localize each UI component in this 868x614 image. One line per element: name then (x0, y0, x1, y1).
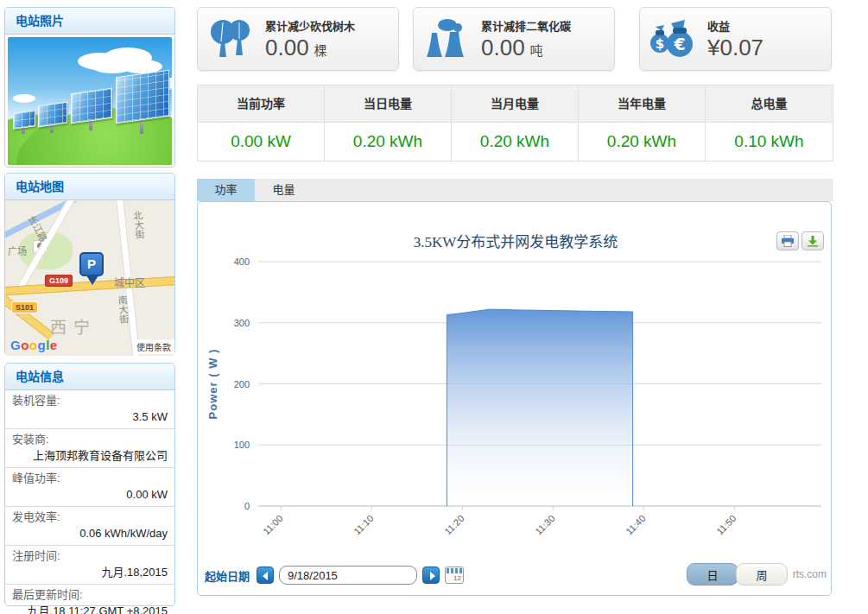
svg-text:€: € (673, 35, 685, 54)
stat-card-text: 收益 ¥0.07 (707, 17, 769, 61)
start-date-bar: 起始日期 12 (205, 566, 464, 585)
download-chart-button[interactable] (801, 231, 824, 250)
map-square-label: 广场 (8, 244, 27, 257)
highway-badge-g109: G109 (45, 275, 73, 287)
y-tick-label: 200 (234, 379, 250, 389)
eco-stats-row: 累计减少砍伐树木 0.00棵 累计减排二氧化碳 0.00吨 (197, 7, 833, 71)
summary-table-values: 0.00 kW 0.20 kWh 0.20 kWh 0.20 kWh 0.10 … (198, 123, 833, 161)
y-tick-label: 400 (234, 256, 250, 267)
range-toggle: 日 周 (687, 563, 788, 586)
y-tick-label: 0 (244, 501, 250, 511)
info-row-capacity: 装机容量: 3.5 kW (5, 390, 174, 429)
stat-value: 0.00棵 (265, 35, 355, 61)
chart-tabs: 功率 电量 (197, 179, 833, 201)
calendar-icon[interactable]: 12 (445, 567, 464, 584)
calendar-top-strip (447, 568, 462, 573)
monthly-energy-value: 0.20 kWh (452, 123, 579, 161)
map-city-label: 西宁 (50, 314, 97, 338)
range-day-button[interactable]: 日 (687, 563, 738, 586)
current-power-value: 0.00 kW (198, 123, 325, 161)
cloud-shape (90, 56, 135, 73)
info-row-installer: 安装商: 上海顶邦教育设备有限公司 (5, 429, 174, 468)
tab-energy[interactable]: 电量 (255, 179, 313, 201)
map-marker[interactable]: P (79, 252, 104, 276)
power-chart[interactable]: 010020030040011:0011:1011:2011:3011:4011… (198, 202, 831, 548)
stat-title: 收益 (707, 17, 769, 34)
energy-summary-table: 当前功率 当日电量 当月电量 当年电量 总电量 0.00 kW 0.20 kWh… (197, 85, 833, 161)
y-tick-label: 100 (234, 440, 250, 450)
tab-power[interactable]: 功率 (197, 179, 255, 201)
info-row-registered: 注册时间: 九月.18,2015 (5, 546, 174, 585)
chart-title: 3.5KW分布式并网发电教学系统 (414, 234, 618, 250)
map-district-label: 城中区 (114, 275, 145, 289)
stat-value: ¥0.07 (707, 35, 769, 61)
start-date-input[interactable] (279, 566, 417, 585)
start-date-label: 起始日期 (205, 567, 250, 584)
x-tick-label: 11:50 (714, 513, 738, 536)
stat-card-text: 累计减少砍伐树木 0.00棵 (265, 17, 355, 61)
stat-value: 0.00吨 (481, 35, 571, 61)
x-tick-label: 11:30 (533, 513, 556, 536)
next-day-button[interactable] (422, 567, 440, 584)
info-row-last-update: 最后更新时间: 九月.18 11:27,GMT +8,2015 (5, 585, 174, 614)
station-photo (8, 37, 172, 165)
chart-panel: 010020030040011:0011:1011:2011:3011:4011… (197, 201, 832, 596)
summary-table-header: 当前功率 当日电量 当月电量 当年电量 总电量 (198, 85, 833, 123)
stat-card-revenue: $ € 收益 ¥0.07 (639, 7, 832, 71)
yearly-energy-value: 0.20 kWh (579, 123, 706, 161)
solar-panel-shape (38, 102, 67, 128)
stat-card-text: 累计减排二氧化碳 0.00吨 (481, 17, 571, 61)
x-tick-label: 11:40 (624, 513, 647, 536)
info-panel-title: 电站信息 (5, 364, 174, 390)
station-info-panel: 电站信息 装机容量: 3.5 kW 安装商: 上海顶邦教育设备有限公司 峰值功率… (4, 363, 175, 606)
cooling-towers-icon (414, 17, 481, 60)
area-series[interactable] (447, 309, 632, 506)
map-panel-title: 电站地图 (5, 174, 174, 200)
stat-title: 累计减排二氧化碳 (481, 17, 571, 34)
stat-card-co2: 累计减排二氧化碳 0.00吨 (413, 7, 615, 71)
col-current-power: 当前功率 (198, 85, 325, 123)
y-axis-title: Power ( W ) (206, 349, 219, 420)
highway-badge-s101: S101 (11, 301, 38, 313)
station-map[interactable]: 长江路 北大街 南大街 城中区 广场 西宁 G109 S101 P Google… (5, 200, 174, 356)
chart-export-buttons (776, 231, 824, 250)
x-tick-label: 11:00 (261, 513, 284, 536)
solar-panel-shape (13, 110, 35, 130)
print-chart-button[interactable] (776, 231, 799, 250)
svg-text:$: $ (656, 36, 664, 52)
cloud-shape (13, 94, 35, 103)
money-bags-icon: $ € (640, 16, 707, 61)
solar-panel-shape (116, 70, 169, 124)
calendar-day-number: 12 (453, 574, 461, 582)
solar-panel-shape (71, 88, 112, 124)
total-energy-value: 0.10 kWh (706, 123, 833, 161)
stat-card-trees: 累计减少砍伐树木 0.00棵 (197, 7, 399, 71)
col-yearly-energy: 当年电量 (579, 85, 706, 123)
google-logo: Google (10, 338, 58, 352)
x-tick-label: 11:10 (352, 513, 375, 536)
map-terms-link[interactable]: 使用条款 (133, 339, 174, 354)
map-marker-tail (86, 275, 98, 285)
map-highway (5, 290, 54, 339)
info-row-peak-power: 峰值功率: 0.00 kW (5, 468, 174, 507)
map-road-label: 南大街 (115, 294, 130, 324)
daily-energy-value: 0.20 kWh (325, 123, 452, 161)
station-photo-panel: 电站照片 (4, 7, 175, 168)
download-icon (807, 235, 819, 247)
col-monthly-energy: 当月电量 (452, 85, 579, 123)
station-map-panel: 电站地图 长江路 北大街 南大街 城中区 广场 西宁 G109 S101 P G… (4, 173, 175, 356)
printer-icon (781, 235, 795, 247)
info-row-efficiency: 发电效率: 0.06 kWh/kW/day (5, 507, 174, 546)
range-week-button[interactable]: 周 (736, 563, 788, 586)
trees-icon (198, 17, 265, 60)
watermark: rts.com (793, 568, 827, 580)
col-total-energy: 总电量 (706, 85, 833, 123)
y-tick-label: 300 (234, 318, 250, 328)
prev-day-button[interactable] (257, 567, 274, 584)
stat-title: 累计减少砍伐树木 (265, 17, 355, 34)
col-daily-energy: 当日电量 (325, 85, 452, 123)
photo-panel-title: 电站照片 (5, 8, 174, 35)
x-tick-label: 11:20 (442, 513, 466, 536)
map-road-label: 北大街 (130, 210, 146, 239)
